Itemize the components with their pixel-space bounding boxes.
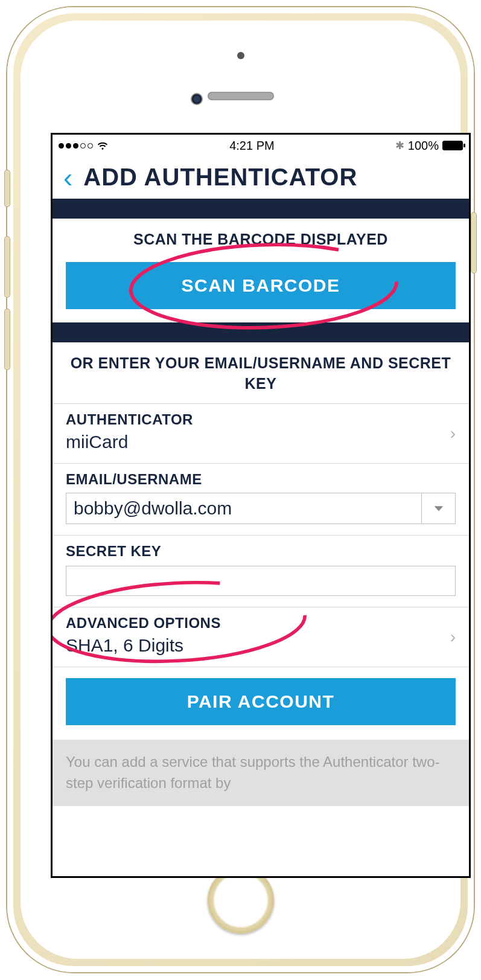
email-label: EMAIL/USERNAME: [66, 471, 456, 488]
manual-section-header: OR ENTER YOUR EMAIL/USERNAME AND SECRET …: [53, 342, 469, 404]
email-dropdown-button[interactable]: [421, 493, 455, 524]
pair-section: PAIR ACCOUNT: [53, 667, 469, 740]
divider-band: [53, 199, 469, 219]
screen: 4:21 PM ✱ 100% ‹ ADD AUTHENTICATOR SCAN …: [51, 133, 471, 878]
scan-barcode-button[interactable]: SCAN BARCODE: [66, 262, 456, 309]
phone-bezel: 4:21 PM ✱ 100% ‹ ADD AUTHENTICATOR SCAN …: [21, 21, 460, 959]
email-row: EMAIL/USERNAME: [53, 463, 469, 535]
bluetooth-icon: ✱: [395, 139, 404, 152]
email-combo: [66, 493, 456, 524]
volume-down-button: [5, 309, 10, 370]
secret-key-input[interactable]: [66, 566, 456, 596]
wifi-icon: [97, 139, 109, 152]
manual-heading: OR ENTER YOUR EMAIL/USERNAME AND SECRET …: [66, 353, 456, 394]
proximity-sensor: [237, 52, 244, 59]
page-title: ADD AUTHENTICATOR: [83, 164, 357, 191]
back-button[interactable]: ‹: [63, 164, 72, 191]
chevron-right-icon: ›: [450, 627, 456, 647]
chevron-right-icon: ›: [450, 424, 456, 443]
nav-bar: ‹ ADD AUTHENTICATOR: [53, 156, 469, 199]
front-camera: [191, 93, 203, 105]
secret-key-label: SECRET KEY: [66, 543, 456, 560]
status-time: 4:21 PM: [229, 139, 274, 153]
volume-up-button: [5, 237, 10, 297]
email-input[interactable]: [66, 493, 421, 524]
power-button: [471, 213, 476, 273]
phone-frame: 4:21 PM ✱ 100% ‹ ADD AUTHENTICATOR SCAN …: [7, 7, 474, 972]
authenticator-label: AUTHENTICATOR: [66, 411, 456, 428]
battery-icon: [442, 141, 463, 150]
mute-switch: [5, 170, 10, 207]
footer-help-text: You can add a service that supports the …: [53, 740, 469, 806]
advanced-value: SHA1, 6 Digits: [66, 635, 456, 656]
advanced-options-row[interactable]: ADVANCED OPTIONS SHA1, 6 Digits ›: [53, 607, 469, 667]
scan-heading: SCAN THE BARCODE DISPLAYED: [66, 229, 456, 250]
earpiece-speaker: [208, 92, 274, 100]
battery-percent: 100%: [408, 139, 439, 153]
divider-band: [53, 322, 469, 342]
authenticator-row[interactable]: AUTHENTICATOR miiCard ›: [53, 403, 469, 463]
status-bar: 4:21 PM ✱ 100%: [53, 135, 469, 156]
secret-key-row: SECRET KEY: [53, 535, 469, 607]
pair-account-button[interactable]: PAIR ACCOUNT: [66, 678, 456, 725]
authenticator-value: miiCard: [66, 432, 456, 452]
chevron-down-icon: [432, 502, 445, 515]
advanced-label: ADVANCED OPTIONS: [66, 615, 456, 632]
cell-signal-icon: [59, 143, 93, 149]
scan-section: SCAN THE BARCODE DISPLAYED SCAN BARCODE: [53, 219, 469, 322]
